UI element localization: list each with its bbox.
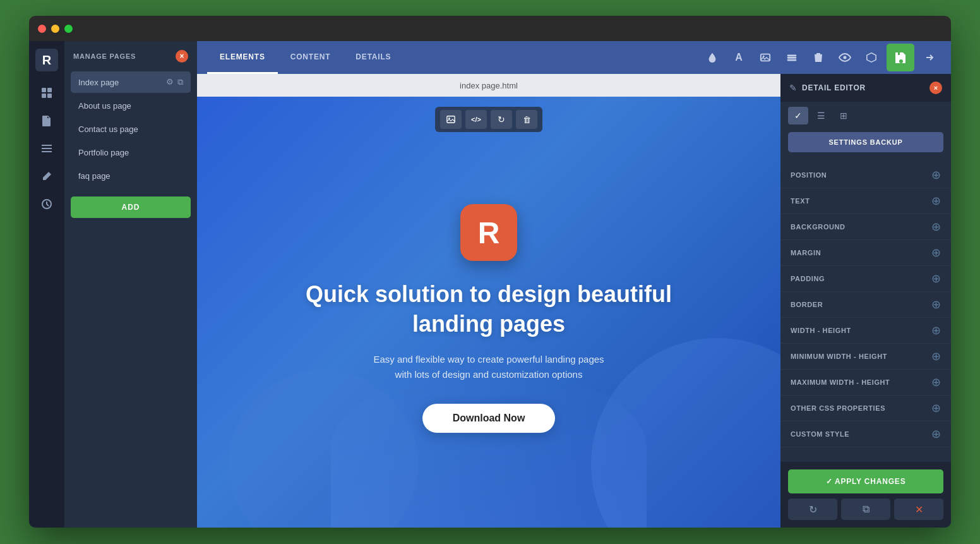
right-panel-close-button[interactable]: × (929, 82, 942, 94)
toolbar: ELEMENTS CONTENT DETAILS A (197, 41, 951, 74)
sidebar-item-apps[interactable] (35, 82, 58, 104)
apply-changes-button[interactable]: ✓ APPLY CHANGES (788, 469, 943, 493)
page-item-portfolio[interactable]: Portfolio page (71, 142, 191, 163)
property-min-width-height[interactable]: MINIMUM WIDTH - HEIGHT ⊕ (780, 344, 951, 370)
drop-tool-button[interactable] (701, 46, 724, 69)
page-item-label: Index page (78, 78, 119, 87)
property-custom-style[interactable]: CUSTOM STYLE ⊕ (780, 421, 951, 447)
property-background-label: BACKGROUND (791, 223, 846, 231)
canvas-filename: index page.html (460, 81, 518, 90)
page-item-label: faq page (78, 171, 111, 181)
page-item-index[interactable]: Index page ⚙ ⧉ (71, 71, 191, 93)
app-logo-letter: R (478, 215, 500, 250)
canvas-element-toolbar: </> ↻ 🗑 (435, 107, 542, 132)
save-button[interactable] (887, 44, 914, 71)
cancel-footer-button[interactable]: ✕ (894, 499, 943, 520)
property-margin[interactable]: MARGIN ⊕ (780, 240, 951, 266)
page-item-about[interactable]: About us page (71, 95, 191, 116)
image-tool-button[interactable] (754, 46, 777, 69)
webpage-preview: </> ↻ 🗑 (197, 97, 780, 528)
svg-rect-0 (42, 88, 46, 92)
svg-rect-8 (787, 57, 796, 59)
rp-tab-check[interactable]: ✓ (788, 107, 808, 124)
tab-content[interactable]: CONTENT (278, 41, 344, 74)
brand-logo[interactable]: R (35, 49, 58, 71)
property-border[interactable]: BORDER ⊕ (780, 292, 951, 318)
text-tool-button[interactable]: A (727, 46, 750, 69)
copy-footer-button[interactable]: ⧉ (841, 499, 890, 520)
rp-tab-list[interactable]: ☰ (811, 107, 831, 124)
toolbar-tabs: ELEMENTS CONTENT DETAILS (207, 41, 403, 74)
property-border-expand[interactable]: ⊕ (931, 298, 941, 311)
canvas-delete-btn[interactable]: 🗑 (516, 110, 537, 129)
minimize-window-button[interactable] (51, 25, 59, 33)
property-text-label: TEXT (791, 197, 810, 205)
sidebar-item-design[interactable] (35, 165, 58, 188)
property-margin-expand[interactable]: ⊕ (931, 246, 941, 260)
page-settings-icon[interactable]: ⚙ (166, 77, 174, 87)
property-padding[interactable]: PADDING ⊕ (780, 266, 951, 292)
right-panel-tabs: ✓ ☰ ⊞ (780, 102, 951, 130)
right-panel: ✎ DETAIL EDITOR × ✓ ☰ ⊞ SETTINGS BACKUP … (780, 74, 951, 528)
property-background[interactable]: BACKGROUND ⊕ (780, 214, 951, 240)
stack-tool-button[interactable] (780, 46, 803, 69)
cube-tool-button[interactable] (860, 46, 883, 69)
property-border-label: BORDER (791, 301, 823, 308)
settings-backup-button[interactable]: SETTINGS BACKUP (788, 132, 943, 152)
sidebar-item-page[interactable] (35, 109, 58, 132)
svg-rect-11 (447, 116, 455, 123)
property-max-width-height-label: MAXIMUM WIDTH - HEIGHT (791, 378, 890, 386)
property-min-width-height-label: MINIMUM WIDTH - HEIGHT (791, 353, 887, 360)
property-padding-expand[interactable]: ⊕ (931, 272, 941, 286)
property-width-height-label: WIDTH - HEIGHT (791, 327, 851, 334)
property-min-width-height-expand[interactable]: ⊕ (931, 349, 941, 363)
canvas-image-btn[interactable] (440, 110, 462, 129)
property-background-expand[interactable]: ⊕ (931, 220, 941, 234)
property-max-width-height-expand[interactable]: ⊕ (931, 375, 941, 389)
page-item-label: Portfolio page (78, 148, 129, 157)
cta-button[interactable]: Download Now (422, 404, 556, 433)
property-width-height[interactable]: WIDTH - HEIGHT ⊕ (780, 318, 951, 344)
page-item-label: Contact us page (78, 124, 138, 134)
property-text-expand[interactable]: ⊕ (931, 194, 941, 208)
close-window-button[interactable] (38, 25, 46, 33)
toolbar-actions: A (701, 44, 941, 71)
webpage-hero-content: R Quick solution to design beautiful lan… (197, 97, 780, 528)
property-position-expand[interactable]: ⊕ (931, 168, 941, 182)
tab-elements[interactable]: ELEMENTS (207, 41, 278, 74)
rp-tab-image[interactable]: ⊞ (834, 107, 854, 124)
canvas-topbar: index page.html (197, 74, 780, 97)
property-other-css-expand[interactable]: ⊕ (931, 401, 941, 415)
refresh-footer-button[interactable]: ↻ (788, 499, 837, 520)
left-panel: MANAGE PAGES × Index page ⚙ ⧉ About us p… (64, 41, 197, 528)
add-page-button[interactable]: ADD (71, 196, 191, 218)
page-item-contact[interactable]: Contact us page (71, 119, 191, 140)
eye-tool-button[interactable] (834, 46, 856, 69)
tab-details[interactable]: DETAILS (343, 41, 403, 74)
svg-point-12 (448, 118, 450, 119)
page-copy-icon[interactable]: ⧉ (177, 77, 183, 87)
canvas-code-btn[interactable]: </> (465, 110, 487, 129)
left-panel-close-button[interactable]: × (176, 50, 188, 63)
property-custom-style-expand[interactable]: ⊕ (931, 427, 941, 441)
left-panel-title: MANAGE PAGES (73, 52, 136, 60)
page-item-faq[interactable]: faq page (71, 166, 191, 186)
canvas-refresh-btn[interactable]: ↻ (491, 110, 512, 129)
right-panel-footer: ✓ APPLY CHANGES ↻ ⧉ ✕ (780, 462, 951, 528)
property-width-height-expand[interactable]: ⊕ (931, 323, 941, 337)
forward-button[interactable] (918, 46, 941, 69)
trash-tool-button[interactable] (807, 46, 830, 69)
svg-rect-7 (787, 55, 796, 57)
property-max-width-height[interactable]: MAXIMUM WIDTH - HEIGHT ⊕ (780, 370, 951, 396)
right-panel-title-row: ✎ DETAIL EDITOR (789, 83, 866, 93)
property-other-css[interactable]: OTHER CSS PROPERTIES ⊕ (780, 396, 951, 421)
svg-rect-9 (787, 59, 796, 61)
property-position[interactable]: POSITION ⊕ (780, 162, 951, 188)
sidebar-item-widget[interactable] (35, 193, 58, 215)
svg-rect-3 (47, 94, 52, 98)
canvas-area[interactable]: </> ↻ 🗑 (197, 97, 780, 528)
sidebar-item-layers[interactable] (35, 137, 58, 160)
property-text[interactable]: TEXT ⊕ (780, 188, 951, 214)
maximize-window-button[interactable] (64, 25, 73, 33)
hero-subtitle: Easy and flexible way to create powerful… (373, 352, 604, 382)
